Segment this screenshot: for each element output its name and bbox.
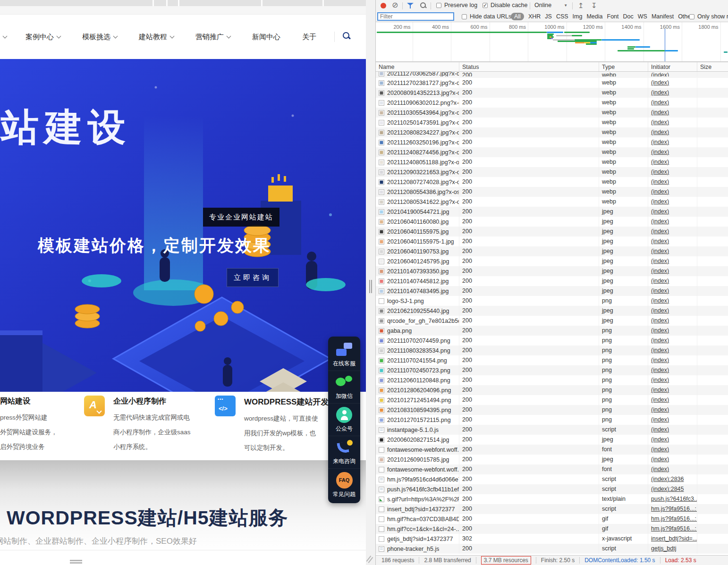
checkbox-icon[interactable] (462, 14, 467, 19)
float-item-phone[interactable]: 来电咨询 (328, 436, 360, 469)
table-row[interactable]: 2021110702074459.png200png(index) (376, 336, 728, 346)
initiator-link[interactable]: (index) (648, 217, 697, 227)
initiator-link[interactable]: insert_bdtj?sid=... (648, 534, 697, 544)
column-header-name[interactable]: Name (376, 62, 459, 71)
preserve-log-toggle[interactable]: Preserve log (436, 2, 477, 8)
table-row[interactable]: 2021060401245795.jpg200jpeg(index) (376, 256, 728, 266)
initiator-link[interactable]: (index) (648, 88, 697, 98)
filter-icon[interactable] (407, 3, 414, 9)
table-row[interactable]: 2021012701572115.png200png(index) (376, 415, 728, 425)
initiator-link[interactable]: (index) (648, 246, 697, 256)
filter-pill-all[interactable]: All (511, 13, 524, 20)
checkbox-icon[interactable] (436, 3, 441, 8)
initiator-link[interactable]: (index) (648, 385, 697, 395)
filter-pill-font[interactable]: Font (607, 13, 619, 20)
clear-icon[interactable] (392, 0, 398, 9)
initiator-link[interactable]: (index) (648, 137, 697, 147)
table-row[interactable]: phone-tracker_h5.js200scriptgetjs_bdtj (376, 544, 728, 554)
table-row[interactable]: 2021120808234227.jpg?x-oss...200webp(ind… (376, 127, 728, 137)
table-row[interactable]: 2021120805341622.jpg?x-oss...200webp(ind… (376, 197, 728, 207)
network-overview-waterfall[interactable]: 200 ms400 ms600 ms800 ms1000 ms1200 ms14… (376, 22, 728, 62)
initiator-link[interactable]: getjs_bdtj (648, 544, 697, 554)
throttling-dropdown[interactable]: Online ▼ (534, 2, 567, 8)
filter-pill-img[interactable]: Img (573, 13, 583, 20)
initiator-link[interactable]: (index) (648, 157, 697, 167)
float-item-faq[interactable]: FAQ常见问题 (328, 469, 360, 501)
initiator-link[interactable]: push.js?6416fc3... (648, 494, 697, 504)
initiator-link[interactable]: (index) (648, 227, 697, 236)
initiator-link[interactable]: (index) (648, 296, 697, 306)
initiator-link[interactable]: (index):2845 (648, 484, 697, 494)
table-row[interactable]: qrcode_for_gh_7e801a2b5d1...200jpeg(inde… (376, 316, 728, 326)
initiator-link[interactable]: (index) (648, 276, 697, 286)
initiator-link[interactable]: (index) (648, 316, 697, 326)
initiator-link[interactable]: (index) (648, 336, 697, 346)
disable-cache-toggle[interactable]: Disable cache (483, 2, 528, 8)
pane-splitter[interactable] (366, 0, 375, 565)
table-row[interactable]: 2021112702381727.jpg?x-oss...200webp(ind… (376, 78, 728, 88)
import-har-icon[interactable] (578, 1, 584, 10)
initiator-link[interactable]: (index) (648, 256, 697, 266)
initiator-link[interactable]: (index) (648, 445, 697, 455)
table-row[interactable]: 2021112703062587.jpg?x-oss...200webp(ind… (376, 72, 728, 78)
table-row[interactable]: 202111070241554.png200png(index) (376, 355, 728, 365)
float-item-official[interactable]: 公众号 (328, 404, 360, 436)
table-row[interactable]: insert_bdtj?sid=14372377200scripthm.js?9… (376, 504, 728, 514)
initiator-link[interactable]: (index) (648, 266, 697, 276)
export-har-icon[interactable] (591, 1, 597, 10)
column-header-status[interactable]: Status (459, 62, 599, 71)
table-row[interactable]: 2021060401155975-1.jpg200jpeg(index) (376, 236, 728, 246)
initiator-link[interactable]: (index) (648, 405, 697, 415)
nav-item-6[interactable]: 关于 (302, 33, 316, 42)
initiator-link[interactable]: (index) (648, 395, 697, 405)
initiator-link[interactable]: (index) (648, 167, 697, 177)
table-row[interactable]: fontawesome-webfont.woff...200font(index… (376, 445, 728, 455)
initiator-link[interactable]: (index) (648, 207, 697, 217)
table-row[interactable]: 2021112408274456.jpg?x-oss...200webp(ind… (376, 147, 728, 157)
table-row[interactable]: hm.js?9fa9516cd4d6d066e72...200script(in… (376, 474, 728, 484)
initiator-link[interactable]: hm.js?9fa9516...:... (648, 504, 697, 514)
table-row[interactable]: 2021112408051188.jpg?x-oss...200webp(ind… (376, 157, 728, 167)
filter-pill-media[interactable]: Media (586, 13, 602, 20)
nav-item-1[interactable]: 案例中心 (25, 33, 60, 42)
initiator-link[interactable]: (index) (648, 177, 697, 187)
filter-input[interactable] (378, 13, 453, 20)
table-row[interactable]: 2021101407445812.jpg200jpeg(index) (376, 276, 728, 286)
initiator-link[interactable]: (index) (648, 108, 697, 118)
table-row[interactable]: hm.gif?hca=037CD3BAB4DA...200gifhm.js?9f… (376, 514, 728, 524)
float-item-wechat[interactable]: 加微信 (328, 371, 360, 404)
initiator-link[interactable]: (index) (648, 197, 697, 207)
search-icon[interactable] (420, 2, 427, 9)
initiator-link[interactable]: (index) (648, 425, 697, 435)
initiator-link[interactable]: (index):2836 (648, 474, 697, 484)
column-header-type[interactable]: Type (599, 62, 648, 71)
table-row[interactable]: 2020080914352213.jpg?x-oss...200webp(ind… (376, 88, 728, 98)
table-row[interactable]: fontawesome-webfont.woff...200font(index… (376, 464, 728, 474)
initiator-link[interactable]: (index) (648, 375, 697, 385)
initiator-link[interactable]: (index) (648, 306, 697, 316)
nav-item-3[interactable]: 建站教程 (139, 33, 174, 42)
initiator-link[interactable]: (index) (648, 118, 697, 127)
initiator-link[interactable]: (index) (648, 464, 697, 474)
initiator-link[interactable]: (index) (648, 236, 697, 246)
filter-pill-doc[interactable]: Doc (623, 13, 634, 20)
filter-pill-manifest[interactable]: Manifest (652, 13, 674, 20)
table-row[interactable]: 2021083108594395.png200png(index) (376, 405, 728, 415)
table-row[interactable]: 2020060208271514.jpg200jpeg(index) (376, 435, 728, 445)
table-row[interactable]: 2021060401190753.jpg200jpeg(index) (376, 246, 728, 256)
table-row[interactable]: 2021110803283534.png200png(index) (376, 346, 728, 355)
filter-pill-css[interactable]: CSS (556, 13, 568, 20)
initiator-link[interactable]: hm.js?9fa9516...:... (648, 514, 697, 524)
checkbox-icon[interactable] (689, 14, 694, 19)
column-header-size[interactable]: Size (697, 62, 728, 71)
initiator-link[interactable]: (index) (648, 98, 697, 108)
table-row[interactable]: 202112080554386.jpg?x-oss-...200webp(ind… (376, 187, 728, 197)
table-row[interactable]: 2021060401155975.jpg200jpeg(index) (376, 227, 728, 236)
table-row[interactable]: 2021110305543964.jpg?x-oss...200webp(ind… (376, 108, 728, 118)
table-row[interactable]: 2021060401160080.jpg200jpeg(index) (376, 217, 728, 227)
table-row[interactable]: 2021102501473591.jpg?x-oss...200webp(ind… (376, 118, 728, 127)
initiator-link[interactable]: hm.js?9fa9516...:... (648, 524, 697, 534)
hide-data-urls-toggle[interactable]: Hide data URLs (462, 13, 511, 20)
initiator-link[interactable]: (index) (648, 286, 697, 296)
table-row[interactable]: 2021112603250196.jpg?x-oss...200webp(ind… (376, 137, 728, 147)
